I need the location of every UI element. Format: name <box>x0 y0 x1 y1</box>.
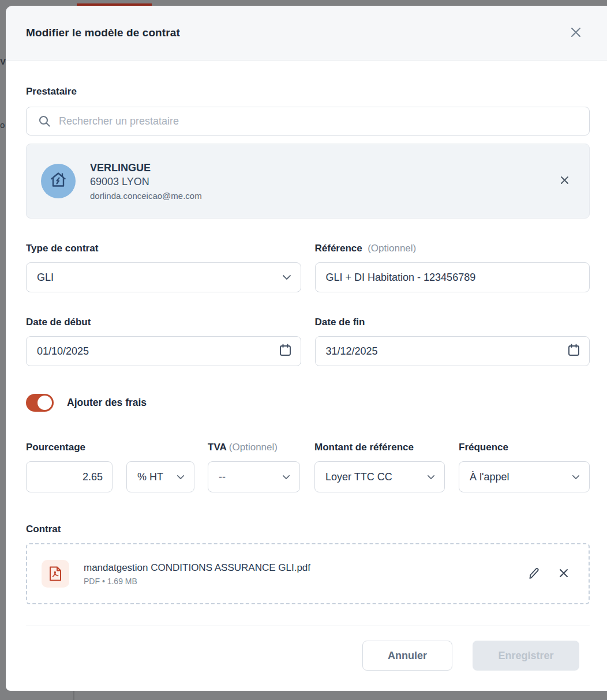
reference-amount-value: Loyer TTC CC <box>325 471 392 483</box>
percentage-label: Pourcentage <box>26 442 194 453</box>
reference-input[interactable] <box>326 263 580 292</box>
frequency-group: Fréquence À l'appel <box>459 442 590 492</box>
tva-label: TVA (Optionnel) <box>208 442 300 453</box>
search-icon <box>38 114 51 130</box>
background-page-fragment: o <box>0 120 6 130</box>
contract-type-value: GLI <box>37 272 54 284</box>
house-icon <box>48 170 68 192</box>
close-icon <box>559 175 570 187</box>
contract-file-card: mandatgestion CONDITIONS ASSURANCE GLI.p… <box>26 543 590 604</box>
calendar-icon[interactable] <box>568 344 580 359</box>
percentage-unit-value: % HT <box>137 471 163 483</box>
chevron-down-icon <box>282 472 290 482</box>
pencil-icon <box>527 567 540 581</box>
provider-remove-button[interactable] <box>557 174 572 189</box>
provider-city: 69003 LYON <box>90 176 202 188</box>
close-icon <box>558 567 569 581</box>
start-date-label: Date de début <box>26 317 301 328</box>
percentage-input[interactable] <box>37 462 103 492</box>
contract-section: Contrat mandatgestion CONDITIONS ASSURAN… <box>26 524 590 604</box>
contract-type-select[interactable]: GLI <box>26 262 301 292</box>
background-page-fragment: VE <box>0 57 6 66</box>
end-date-input[interactable] <box>326 337 568 366</box>
reference-input-wrap <box>315 262 590 292</box>
fees-toggle-label: Ajouter des frais <box>67 397 147 409</box>
reference-field: Référence (Optionnel) <box>315 243 590 292</box>
percentage-group: Pourcentage % HT <box>26 442 194 492</box>
tva-value: -- <box>219 471 226 483</box>
tva-optional: (Optionnel) <box>229 442 278 453</box>
end-date-input-wrap <box>315 336 590 366</box>
contract-label: Contrat <box>26 524 590 535</box>
background-column-divider <box>73 691 74 700</box>
fees-row: Pourcentage % HT TVA (Optionnel) <box>26 442 590 492</box>
toggle-knob <box>38 396 52 410</box>
chevron-down-icon <box>427 472 435 482</box>
pdf-file-icon <box>42 560 69 588</box>
start-date-input-wrap <box>26 336 301 366</box>
reference-amount-group: Montant de référence Loyer TTC CC <box>314 442 445 492</box>
provider-name: VERLINGUE <box>90 162 202 174</box>
start-date-input[interactable] <box>37 337 279 366</box>
percentage-unit-select[interactable]: % HT <box>126 461 194 492</box>
file-name: mandatgestion CONDITIONS ASSURANCE GLI.p… <box>84 562 310 574</box>
reference-amount-label: Montant de référence <box>314 442 445 453</box>
file-edit-button[interactable] <box>526 566 541 581</box>
chevron-down-icon <box>282 272 291 283</box>
file-info: mandatgestion CONDITIONS ASSURANCE GLI.p… <box>84 562 310 586</box>
provider-label: Prestataire <box>26 86 590 97</box>
provider-avatar <box>41 164 76 198</box>
reference-optional: (Optionnel) <box>368 243 416 254</box>
provider-info: VERLINGUE 69003 LYON dorlinda.conceicao@… <box>90 162 202 201</box>
edit-contract-template-modal: Modifier le modèle de contrat Prestatair… <box>6 6 607 691</box>
frequency-label: Fréquence <box>459 442 590 453</box>
fees-toggle[interactable] <box>26 394 54 412</box>
modal-close-button[interactable] <box>567 24 585 42</box>
reference-label: Référence (Optionnel) <box>315 243 590 254</box>
calendar-icon[interactable] <box>279 344 291 359</box>
percentage-input-wrap <box>26 461 113 492</box>
provider-search-input[interactable] <box>26 107 590 136</box>
frequency-value: À l'appel <box>470 471 509 483</box>
file-actions <box>526 566 571 581</box>
cancel-button[interactable]: Annuler <box>362 641 452 671</box>
modal-header: Modifier le modèle de contrat <box>6 6 607 61</box>
reference-amount-select[interactable]: Loyer TTC CC <box>314 461 445 492</box>
provider-email: dorlinda.conceicao@me.com <box>90 191 202 201</box>
fees-toggle-row: Ajouter des frais <box>26 394 590 412</box>
provider-search <box>26 107 590 136</box>
frequency-select[interactable]: À l'appel <box>459 461 590 492</box>
modal-body: Prestataire VERLINGUE 69003 LYON <box>6 61 607 671</box>
tva-select[interactable]: -- <box>208 461 300 492</box>
modal-title: Modifier le modèle de contrat <box>26 27 180 39</box>
file-meta: PDF • 1.69 MB <box>84 577 310 586</box>
save-button[interactable]: Enregistrer <box>473 641 579 671</box>
selected-provider-card: VERLINGUE 69003 LYON dorlinda.conceicao@… <box>26 144 590 219</box>
close-icon <box>568 25 583 42</box>
chevron-down-icon <box>177 472 185 482</box>
tva-group: TVA (Optionnel) -- <box>208 442 300 492</box>
contract-type-label: Type de contrat <box>26 243 301 254</box>
chevron-down-icon <box>572 472 580 482</box>
contract-type-field: Type de contrat GLI <box>26 243 301 292</box>
modal-footer: Annuler Enregistrer <box>26 626 590 671</box>
start-date-field: Date de début <box>26 317 301 366</box>
end-date-field: Date de fin <box>315 317 590 366</box>
file-remove-button[interactable] <box>556 566 571 581</box>
end-date-label: Date de fin <box>315 317 590 328</box>
